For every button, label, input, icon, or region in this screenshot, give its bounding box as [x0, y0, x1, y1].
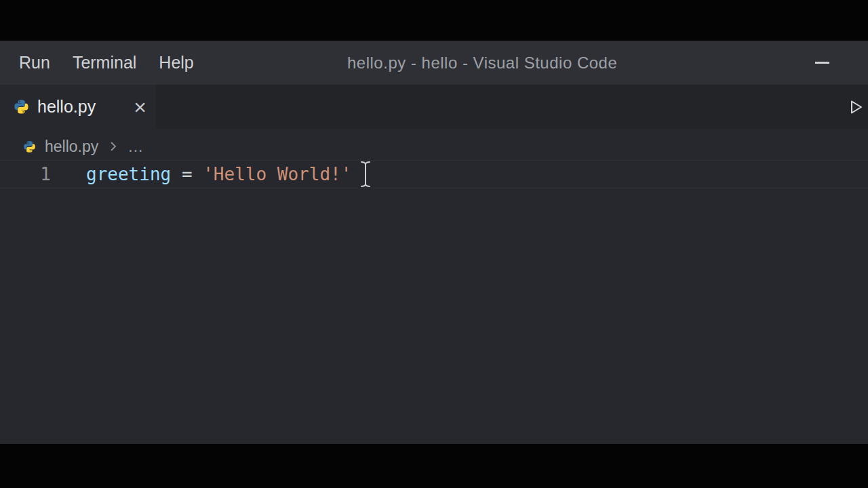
menu-help[interactable]: Help — [159, 53, 193, 73]
vscode-window: Run Terminal Help hello.py - hello - Vis… — [0, 0, 868, 488]
code-line-1[interactable]: 1 greeting = 'Hello World!' — [0, 160, 868, 188]
tab-bar: hello.py × — [0, 85, 868, 129]
run-icon — [848, 99, 864, 115]
token-operator: = — [171, 164, 203, 184]
menu-bar: Run Terminal Help — [19, 41, 194, 85]
breadcrumb-symbol[interactable]: ... — [128, 138, 143, 156]
text-cursor-ibeam — [359, 161, 372, 190]
chevron-right-icon — [108, 140, 119, 153]
run-button[interactable] — [845, 85, 867, 129]
menu-run[interactable]: Run — [19, 53, 50, 73]
menu-terminal[interactable]: Terminal — [73, 53, 136, 73]
bottom-black-bar — [0, 444, 868, 488]
editor-area[interactable]: hello.py ... 1 greeting = 'Hello World!' — [0, 129, 868, 444]
tab-label: hello.py — [37, 97, 96, 117]
top-black-bar — [0, 0, 868, 41]
minimize-button[interactable] — [810, 41, 834, 85]
code-text: greeting = 'Hello World!' — [86, 164, 351, 184]
window-title: hello.py - hello - Visual Studio Code — [347, 41, 617, 85]
token-variable: greeting — [86, 164, 171, 184]
minimize-icon — [815, 62, 829, 64]
token-string: 'Hello World!' — [203, 164, 351, 184]
python-icon-small — [23, 140, 36, 153]
tab-hello-py[interactable]: hello.py × — [0, 85, 156, 129]
line-number: 1 — [0, 164, 51, 184]
python-icon — [14, 99, 29, 115]
breadcrumb: hello.py ... — [0, 134, 868, 159]
tab-close-icon[interactable]: × — [134, 96, 146, 118]
title-bar: Run Terminal Help hello.py - hello - Vis… — [0, 41, 868, 85]
breadcrumb-file[interactable]: hello.py — [45, 138, 98, 156]
